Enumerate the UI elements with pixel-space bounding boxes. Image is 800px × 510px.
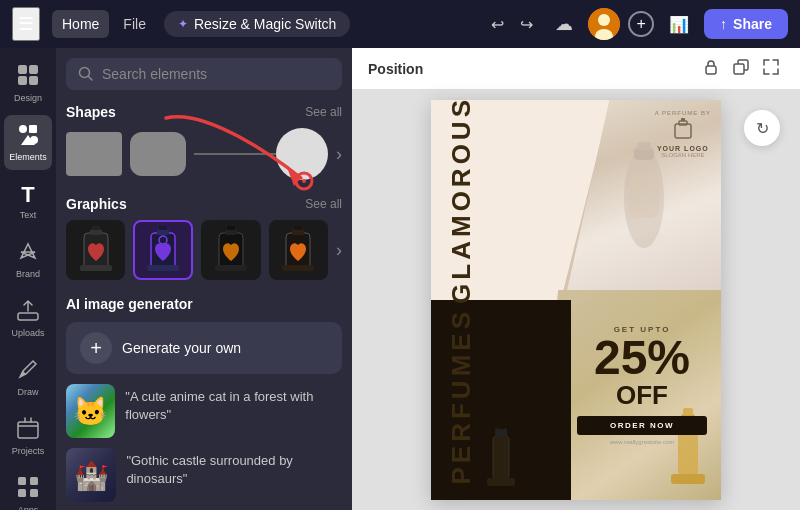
graphic-item-4[interactable] [269, 220, 328, 280]
design-label: Design [14, 93, 42, 103]
search-icon [78, 66, 94, 82]
ai-suggestion-2[interactable]: 🏰 "Gothic castle surrounded by dinosaurs… [66, 448, 342, 502]
ai-suggestion-1[interactable]: 🐱 "A cute anime cat in a forest with flo… [66, 384, 342, 438]
anime-cat-image: 🐱 [66, 384, 115, 438]
ai-suggestion-text-1: "A cute anime cat in a forest with flowe… [125, 384, 342, 424]
avatar[interactable] [588, 8, 620, 40]
expand-icon[interactable] [758, 54, 784, 84]
share-button[interactable]: ↑ Share [704, 9, 788, 39]
shape-line-area [194, 128, 328, 180]
svg-rect-5 [18, 76, 27, 85]
svg-rect-37 [294, 226, 302, 230]
svg-rect-58 [493, 435, 509, 480]
svg-rect-24 [92, 226, 100, 230]
svg-rect-34 [215, 265, 247, 271]
uploads-label: Uploads [11, 328, 44, 338]
nav-file[interactable]: File [113, 10, 156, 38]
sidebar-item-apps[interactable]: Apps [4, 468, 52, 510]
design-icon [17, 64, 39, 91]
undo-redo-group: ↩ ↪ [484, 10, 540, 39]
star-icon: ✦ [178, 17, 188, 31]
generate-label: Generate your own [122, 340, 241, 356]
svg-rect-48 [679, 121, 687, 125]
poster-order-btn[interactable]: ORDER NOW [577, 416, 707, 435]
svg-rect-15 [18, 489, 26, 497]
svg-point-10 [30, 136, 38, 144]
share-label: Share [733, 16, 772, 32]
graphic-item-2[interactable] [133, 220, 193, 280]
svg-rect-47 [675, 124, 691, 138]
apps-label: Apps [18, 505, 39, 510]
graphics-title: Graphics [66, 196, 127, 212]
sidebar-item-design[interactable]: Design [4, 56, 52, 111]
apps-icon [17, 476, 39, 503]
search-input[interactable] [102, 66, 330, 82]
svg-rect-16 [30, 489, 38, 497]
shapes-chevron-right[interactable]: › [336, 144, 342, 165]
shape-rounded-rect[interactable] [130, 132, 186, 176]
svg-rect-33 [227, 226, 235, 230]
shapes-row: › [66, 128, 342, 180]
shape-circle[interactable] [276, 128, 328, 180]
chart-btn[interactable]: 📊 [662, 10, 696, 39]
svg-rect-51 [629, 158, 659, 218]
resize-magic-btn[interactable]: ✦ Resize & Magic Switch [164, 11, 350, 37]
svg-rect-38 [282, 265, 314, 271]
svg-rect-60 [497, 423, 505, 429]
shape-rectangle[interactable] [66, 132, 122, 176]
svg-rect-39 [706, 66, 716, 74]
svg-rect-49 [681, 118, 685, 121]
shapes-see-all[interactable]: See all [305, 105, 342, 119]
svg-rect-53 [637, 142, 651, 150]
svg-point-7 [19, 125, 27, 133]
poster-main-text: GLAMOROUS PERFUMES [447, 130, 476, 450]
svg-rect-8 [29, 125, 37, 133]
graphics-chevron-right[interactable]: › [336, 240, 342, 261]
text-icon: T [21, 182, 34, 208]
undo-btn[interactable]: ↩ [484, 10, 511, 39]
search-bar[interactable] [66, 58, 342, 90]
graphic-item-3[interactable] [201, 220, 260, 280]
text-label: Text [20, 210, 37, 220]
graphic-item-1[interactable] [66, 220, 125, 280]
brand-label: Brand [16, 269, 40, 279]
generate-btn[interactable]: + Generate your own [66, 322, 342, 374]
draw-label: Draw [17, 387, 38, 397]
svg-rect-57 [671, 474, 705, 484]
ai-suggestion-text-2: "Gothic castle surrounded by dinosaurs" [126, 448, 342, 488]
svg-rect-13 [18, 477, 26, 485]
sidebar-item-draw[interactable]: Draw [4, 350, 52, 405]
svg-line-18 [89, 77, 93, 81]
share-arrow-icon: ↑ [720, 16, 727, 32]
svg-rect-14 [30, 477, 38, 485]
poster-your-logo: YOUR LOGO [655, 145, 711, 152]
canvas-content: ↻ A PERFUM [352, 90, 800, 510]
sidebar-item-uploads[interactable]: Uploads [4, 291, 52, 346]
sidebar-item-projects[interactable]: Projects [4, 409, 52, 464]
menu-icon[interactable]: ☰ [12, 7, 40, 41]
sidebar-item-elements[interactable]: Elements [4, 115, 52, 170]
canvas-refresh-btn[interactable]: ↻ [744, 110, 780, 146]
topbar: ☰ Home File ✦ Resize & Magic Switch ↩ ↪ … [0, 0, 800, 48]
graphics-see-all[interactable]: See all [305, 197, 342, 211]
svg-rect-3 [18, 65, 27, 74]
copy-icon[interactable] [728, 54, 754, 84]
shape-line [194, 153, 276, 155]
sidebar-item-brand[interactable]: Brand [4, 232, 52, 287]
svg-rect-61 [487, 478, 515, 486]
plus-btn[interactable]: + [628, 11, 654, 37]
poster-website: www.reallygreatsite.com [577, 439, 707, 445]
canvas-toolbar: Position [352, 48, 800, 90]
svg-point-1 [598, 14, 610, 26]
shapes-section-header: Shapes See all [66, 104, 342, 120]
cloud-save-btn[interactable]: ☁ [548, 8, 580, 40]
nav-home[interactable]: Home [52, 10, 109, 38]
sidebar-item-text[interactable]: T Text [4, 174, 52, 228]
lock-icon[interactable] [698, 54, 724, 84]
redo-btn[interactable]: ↪ [513, 10, 540, 39]
svg-rect-41 [734, 64, 744, 74]
svg-rect-25 [80, 265, 112, 271]
gothic-castle-image: 🏰 [66, 448, 116, 502]
poster-logo: A PERFUME BY YOUR LOGO SLOGAN HERE [655, 110, 711, 158]
resize-magic-label: Resize & Magic Switch [194, 16, 336, 32]
